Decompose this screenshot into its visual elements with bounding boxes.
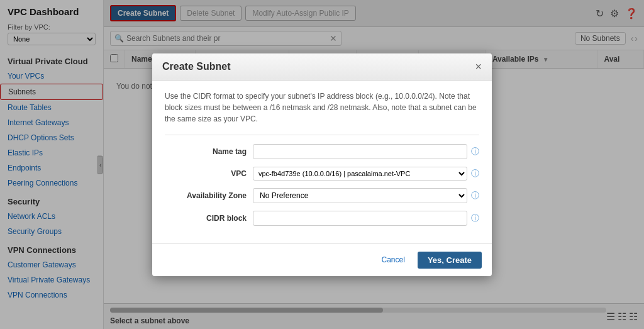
availability-zone-label: Availability Zone [165, 191, 253, 200]
vpc-info-icon[interactable]: ⓘ [471, 168, 479, 179]
name-tag-row: Name tag ⓘ [165, 144, 479, 159]
name-tag-info-icon[interactable]: ⓘ [471, 146, 479, 157]
availability-zone-row: Availability Zone No Preference ⓘ [165, 188, 479, 203]
vpc-select-wrap: vpc-fb4d739e (10.0.0.0/16) | pascalaima.… [253, 167, 467, 181]
modal-body: Use the CIDR format to specify your subn… [152, 81, 492, 243]
name-tag-input[interactable] [253, 144, 467, 159]
modal-overlay: Create Subnet × Use the CIDR format to s… [0, 0, 644, 329]
availability-zone-info-icon[interactable]: ⓘ [471, 190, 479, 201]
cidr-block-label: CIDR block [165, 214, 253, 223]
create-subnet-modal: Create Subnet × Use the CIDR format to s… [152, 53, 492, 276]
modal-header: Create Subnet × [152, 53, 492, 81]
cancel-button[interactable]: Cancel [374, 252, 413, 269]
modal-close-button[interactable]: × [475, 61, 482, 72]
modal-footer: Cancel Yes, Create [152, 243, 492, 276]
vpc-select[interactable]: vpc-fb4d739e (10.0.0.0/16) | pascalaima.… [253, 167, 467, 181]
cidr-block-row: CIDR block ⓘ [165, 211, 479, 226]
cidr-block-info-icon[interactable]: ⓘ [471, 213, 479, 224]
vpc-row: VPC vpc-fb4d739e (10.0.0.0/16) | pascala… [165, 167, 479, 181]
modal-description: Use the CIDR format to specify your subn… [165, 91, 479, 125]
modal-title: Create Subnet [162, 61, 230, 72]
yes-create-button[interactable]: Yes, Create [418, 252, 482, 269]
name-tag-label: Name tag [165, 147, 253, 156]
modal-form: Name tag ⓘ VPC vpc-fb4d739e (10.0.0.0/16… [165, 135, 479, 226]
cidr-block-input[interactable] [253, 211, 467, 226]
vpc-label: VPC [165, 169, 253, 178]
availability-zone-select[interactable]: No Preference [253, 188, 467, 203]
